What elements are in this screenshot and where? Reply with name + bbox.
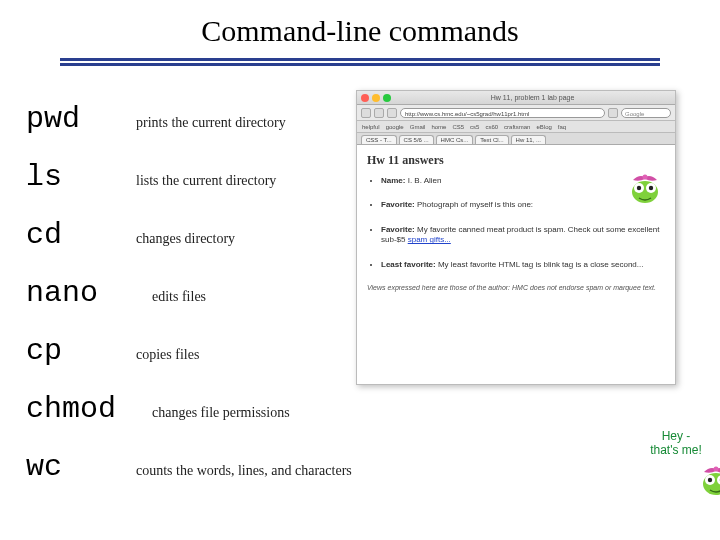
bookmark: eBlog	[536, 124, 551, 130]
command-name: chmod	[26, 392, 136, 426]
alien-icon	[625, 170, 665, 204]
bookmark: home	[431, 124, 446, 130]
forward-button	[374, 108, 384, 118]
command-name: pwd	[26, 102, 136, 136]
command-row-cp: cp copies files	[26, 334, 199, 368]
item-label: Name:	[381, 176, 405, 185]
command-desc: changes file permissions	[152, 405, 290, 421]
command-row-ls: ls lists the current directory	[26, 160, 276, 194]
command-row-cd: cd changes directory	[26, 218, 235, 252]
page-footer: Views expressed here are those of the au…	[367, 284, 665, 291]
command-desc: copies files	[136, 347, 199, 363]
bookmark: CS5	[452, 124, 464, 130]
command-name: wc	[26, 450, 136, 484]
item-text: I. B. Alien	[408, 176, 442, 185]
window-min-dot	[372, 94, 380, 102]
browser-urlbar-row: http://www.cs.hmc.edu/~cs5grad/hw11pr1.h…	[357, 105, 675, 121]
url-field: http://www.cs.hmc.edu/~cs5grad/hw11pr1.h…	[400, 108, 605, 118]
item-label: Favorite:	[381, 225, 415, 234]
command-desc: changes directory	[136, 231, 235, 247]
tab: HMC Cs...	[436, 135, 474, 144]
tab: CSS - T...	[361, 135, 397, 144]
tab-bar: CSS - T... CS 5/6 ... HMC Cs... Text Cl.…	[357, 133, 675, 145]
command-desc: prints the current directory	[136, 115, 286, 131]
tab: Text Cl...	[475, 135, 508, 144]
window-max-dot	[383, 94, 391, 102]
page-body: Hw 11 answers Name: I. B. Alien	[357, 145, 675, 299]
svg-point-4	[649, 186, 653, 190]
list-item: Least favorite: My least favorite HTML t…	[381, 260, 665, 270]
title-rule	[60, 58, 660, 66]
rss-button	[608, 108, 618, 118]
bookmark: faq	[558, 124, 566, 130]
bookmarks-bar: helpful google Gmail home CS5 cs5 cs60 c…	[357, 121, 675, 133]
command-row-nano: nano edits files	[26, 276, 206, 310]
svg-point-3	[637, 186, 641, 190]
list-item: Favorite: Photograph of myself is this o…	[381, 200, 665, 210]
command-name: cd	[26, 218, 136, 252]
bookmark: Gmail	[410, 124, 426, 130]
reload-button	[387, 108, 397, 118]
command-name: ls	[26, 160, 136, 194]
bookmark: google	[386, 124, 404, 130]
page-heading: Hw 11 answers	[367, 153, 665, 168]
tab: Hw 11, ...	[511, 135, 546, 144]
list-item: Favorite: My favorite canned meat produc…	[381, 225, 665, 246]
speech-bubble: Hey - that's me!	[646, 430, 706, 458]
window-close-dot	[361, 94, 369, 102]
bookmark: cs60	[485, 124, 498, 130]
command-name: cp	[26, 334, 136, 368]
tab: CS 5/6 ...	[399, 135, 434, 144]
search-field: Google	[621, 108, 671, 118]
command-desc: lists the current directory	[136, 173, 276, 189]
item-text: My least favorite HTML tag is blink tag …	[438, 260, 644, 269]
back-button	[361, 108, 371, 118]
command-row-pwd: pwd prints the current directory	[26, 102, 286, 136]
svg-point-11	[714, 467, 719, 472]
command-row-chmod: chmod changes file permissions	[26, 392, 290, 426]
bookmark: helpful	[362, 124, 380, 130]
browser-titlebar: Hw 11, problem 1 lab page	[357, 91, 675, 105]
browser-screenshot: Hw 11, problem 1 lab page http://www.cs.…	[356, 90, 676, 385]
bookmark: cs5	[470, 124, 479, 130]
item-link: spam gifts...	[408, 235, 451, 244]
item-label: Favorite:	[381, 200, 415, 209]
alien-icon	[696, 462, 720, 496]
command-row-wc: wc counts the words, lines, and characte…	[26, 450, 352, 484]
item-label: Least favorite:	[381, 260, 436, 269]
window-title: Hw 11, problem 1 lab page	[394, 94, 671, 101]
list-item: Name: I. B. Alien	[381, 176, 665, 186]
command-desc: counts the words, lines, and characters	[136, 463, 352, 479]
svg-point-9	[708, 478, 712, 482]
svg-point-5	[643, 175, 648, 180]
command-desc: edits files	[152, 289, 206, 305]
slide-title: Command-line commands	[0, 14, 720, 48]
command-name: nano	[26, 276, 136, 310]
item-text: Photograph of myself is this one:	[417, 200, 533, 209]
bookmark: craftsman	[504, 124, 530, 130]
content-area: pwd prints the current directory ls list…	[26, 90, 710, 532]
